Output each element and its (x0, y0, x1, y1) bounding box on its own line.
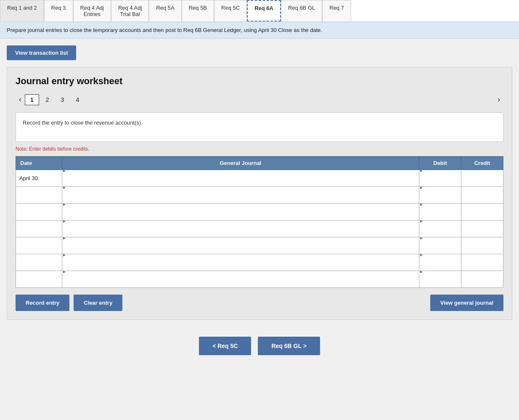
col-header-date: Date (16, 157, 62, 170)
view-transaction-button[interactable]: View transaction list (7, 45, 76, 60)
row1-general-journal-cell: ► (62, 170, 419, 187)
row6-general-journal-input[interactable] (62, 258, 419, 274)
col-header-debit: Debit (419, 157, 461, 170)
page-2[interactable]: 2 (41, 95, 54, 105)
row2-credit-input[interactable] (461, 187, 503, 203)
row1-credit-cell (461, 170, 503, 187)
tab-req7[interactable]: Req 7 (322, 0, 351, 21)
row4-date (16, 221, 62, 237)
worksheet-container: Journal entry worksheet ‹ 1 2 3 4 › Reco… (7, 67, 512, 320)
col-header-credit: Credit (461, 157, 503, 170)
record-entry-button[interactable]: Record entry (16, 295, 69, 311)
row2-general-journal-input[interactable] (62, 190, 419, 207)
row7-general-journal-input[interactable] (62, 274, 419, 291)
row6-debit-input[interactable] (419, 258, 461, 274)
row3-credit-input[interactable] (461, 204, 503, 220)
action-buttons: Record entry Clear entry View general jo… (16, 295, 503, 311)
row5-general-journal-input[interactable] (62, 241, 419, 257)
tab-req5b[interactable]: Req 5B (182, 0, 214, 21)
row7-debit-input[interactable] (419, 274, 461, 291)
row6-date (16, 254, 62, 271)
tab-req4adj-entries[interactable]: Req 4 AdjEntries (73, 0, 111, 21)
row1-date: April 30 (16, 170, 62, 187)
row4-debit-input[interactable] (419, 224, 461, 240)
row4-general-journal-input[interactable] (62, 224, 419, 240)
row7-date (16, 271, 62, 288)
prev-nav-button[interactable]: < Req 5C (199, 337, 251, 355)
row1-credit-input[interactable] (461, 170, 503, 186)
tab-req5c[interactable]: Req 5C (214, 0, 247, 21)
row7-credit-input[interactable] (461, 271, 503, 287)
row6-credit-cell (461, 254, 503, 271)
tab-req6bgl[interactable]: Req 6B GL (281, 0, 322, 21)
instruction-text: Record the entry to close the revenue ac… (23, 120, 143, 126)
row6-credit-input[interactable] (461, 254, 503, 271)
page-next-arrow[interactable]: › (494, 93, 503, 106)
row5-date (16, 237, 62, 254)
col-header-general-journal: General Journal (62, 157, 419, 170)
row3-date (16, 204, 62, 221)
tab-req1and2[interactable]: Req 1 and 2 (0, 0, 44, 21)
row3-general-journal-input[interactable] (62, 207, 419, 223)
journal-table: Date General Journal Debit Credit April … (16, 156, 503, 288)
page-1[interactable]: 1 (25, 94, 39, 105)
row1-general-journal-input[interactable] (62, 173, 419, 190)
row4-credit-cell (461, 221, 503, 237)
page-3[interactable]: 3 (56, 95, 69, 105)
tab-req3[interactable]: Req 3 (44, 0, 73, 21)
tab-req6a[interactable]: Req 6A (247, 0, 281, 21)
page-prev-arrow[interactable]: ‹ (16, 93, 25, 106)
tab-req5a[interactable]: Req 5A (149, 0, 181, 21)
row3-debit-input[interactable] (419, 207, 461, 223)
table-row: April 30 ► ► (16, 170, 503, 187)
row1-debit-cell: ► (419, 170, 461, 187)
worksheet-title: Journal entry worksheet (16, 76, 503, 87)
row5-credit-cell (461, 237, 503, 254)
next-nav-button[interactable]: Req 6B GL > (258, 337, 320, 355)
info-bar-text: Prepare journal entries to close the tem… (7, 27, 322, 33)
page-nav: ‹ 1 2 3 4 › (16, 93, 503, 106)
row5-debit-input[interactable] (419, 241, 461, 257)
bottom-nav: < Req 5C Req 6B GL > (0, 328, 519, 364)
row1-debit-input[interactable] (419, 173, 461, 190)
page-4[interactable]: 4 (71, 95, 84, 105)
row3-credit-cell (461, 204, 503, 221)
row2-date (16, 187, 62, 204)
row2-debit-input[interactable] (419, 190, 461, 207)
tab-req4adj-trial[interactable]: Req 4 AdjTrial Bal (111, 0, 149, 21)
row7-credit-cell (461, 271, 503, 288)
view-general-journal-button[interactable]: View general journal (430, 295, 503, 311)
tab-bar: Req 1 and 2 Req 3 Req 4 AdjEntries Req 4… (0, 0, 519, 22)
instruction-box: Record the entry to close the revenue ac… (16, 112, 503, 142)
row4-credit-input[interactable] (461, 221, 503, 237)
clear-entry-button[interactable]: Clear entry (74, 295, 122, 311)
note-text: Note: Enter debits before credits. (16, 146, 503, 152)
info-bar: Prepare journal entries to close the tem… (0, 22, 519, 39)
row2-credit-cell (461, 187, 503, 204)
row5-credit-input[interactable] (461, 237, 503, 254)
